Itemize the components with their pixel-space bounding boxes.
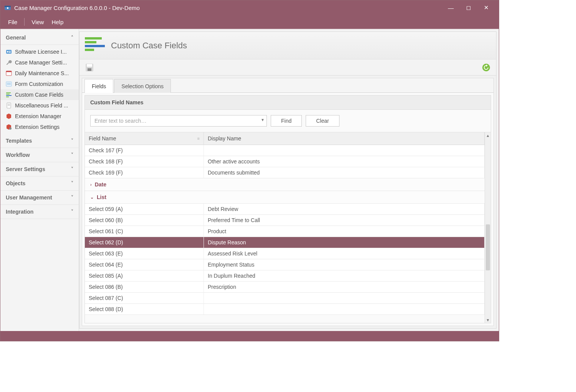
svg-rect-14 bbox=[6, 95, 12, 96]
svg-point-2 bbox=[7, 7, 8, 9]
main: Custom Case Fields Fields Selection Opti… bbox=[79, 29, 499, 331]
cell-display-name: Prescription bbox=[204, 282, 485, 292]
svg-rect-13 bbox=[6, 94, 10, 95]
table-row[interactable]: Select 086 (B)Prescription bbox=[85, 282, 485, 293]
table-row[interactable]: Check 167 (F) bbox=[85, 145, 485, 156]
table-row[interactable]: Select 059 (A)Debt Review bbox=[85, 204, 485, 215]
package-icon bbox=[6, 113, 12, 119]
cell-field-name: Check 168 (F) bbox=[85, 156, 204, 167]
form-icon bbox=[6, 81, 12, 87]
panel-title: Custom Field Names bbox=[85, 96, 491, 110]
cell-field-name: Select 088 (D) bbox=[85, 304, 204, 315]
menu-help[interactable]: Help bbox=[48, 15, 67, 29]
save-button[interactable] bbox=[85, 63, 94, 72]
group-label: List bbox=[97, 194, 106, 200]
cell-field-name: Select 060 (B) bbox=[85, 215, 204, 226]
group-label: Date bbox=[95, 181, 106, 188]
dropdown-icon[interactable]: ▼ bbox=[261, 118, 265, 122]
svg-rect-10 bbox=[7, 83, 11, 84]
sidebar-section-general[interactable]: General ˄ bbox=[0, 31, 79, 45]
chevron-down-icon: ˅ bbox=[71, 152, 73, 158]
sidebar-item-form-customization[interactable]: Form Customization bbox=[0, 79, 79, 89]
menu-file[interactable]: File bbox=[4, 15, 21, 29]
sidebar-item-extension-settings[interactable]: Extension Settings bbox=[0, 122, 79, 132]
sidebar-section-workflow[interactable]: Workflow ˅ bbox=[0, 148, 79, 162]
scroll-down-icon[interactable]: ▼ bbox=[485, 317, 491, 323]
toolbar bbox=[79, 59, 496, 76]
sort-ascending-icon: ≡ bbox=[197, 136, 200, 141]
cell-display-name: In Duplum Reached bbox=[204, 270, 485, 281]
column-field-name[interactable]: Field Name ≡ bbox=[85, 132, 204, 145]
refresh-button[interactable] bbox=[482, 63, 491, 72]
cell-field-name: Check 169 (F) bbox=[85, 167, 204, 178]
svg-rect-12 bbox=[6, 92, 11, 93]
table-row[interactable]: Check 168 (F)Other active accounts bbox=[85, 156, 485, 167]
table-row[interactable]: Select 064 (E)Employment Status bbox=[85, 259, 485, 270]
svg-rect-17 bbox=[8, 104, 10, 104]
close-button[interactable]: ✕ bbox=[477, 0, 495, 15]
table-row[interactable]: Select 085 (A)In Duplum Reached bbox=[85, 270, 485, 282]
sidebar-section-objects[interactable]: Objects ˅ bbox=[0, 176, 79, 191]
window-body: General ˄ Software Licensee I... Case Ma… bbox=[0, 29, 499, 331]
table-row[interactable]: Select 062 (D)Dispute Reason bbox=[85, 237, 485, 248]
sidebar-item-label: Extension Settings bbox=[15, 124, 60, 130]
sidebar-section-user-management[interactable]: User Management ˅ bbox=[0, 191, 79, 205]
cell-field-name: Select 061 (C) bbox=[85, 226, 204, 237]
tab-selection-options[interactable]: Selection Options bbox=[114, 79, 171, 93]
grid-header: Field Name ≡ Display Name bbox=[85, 132, 485, 145]
table-row[interactable]: Select 088 (D) bbox=[85, 304, 485, 315]
sidebar-item-case-manager-settings[interactable]: Case Manager Setti... bbox=[0, 57, 79, 68]
sidebar-item-miscellaneous-field[interactable]: Miscellaneous Field ... bbox=[0, 100, 79, 111]
svg-rect-8 bbox=[6, 71, 12, 72]
sidebar: General ˄ Software Licensee I... Case Ma… bbox=[0, 29, 79, 331]
main-inner: Custom Case Fields Fields Selection Opti… bbox=[79, 31, 497, 329]
find-button[interactable]: Find bbox=[271, 115, 302, 127]
table-row[interactable]: Select 087 (C) bbox=[85, 293, 485, 304]
sidebar-section-label: General bbox=[6, 35, 26, 41]
sidebar-section-label: Objects bbox=[6, 180, 25, 186]
app-window: Case Manager Configuration 6.0.0.0 - Dev… bbox=[0, 0, 499, 341]
chevron-right-icon: › bbox=[90, 182, 92, 187]
column-display-name[interactable]: Display Name bbox=[204, 132, 485, 145]
group-row-date[interactable]: ›Date bbox=[85, 178, 485, 191]
svg-rect-20 bbox=[85, 37, 102, 40]
menu-view[interactable]: View bbox=[28, 15, 48, 29]
app-icon bbox=[4, 4, 11, 11]
sidebar-section-label: Server Settings bbox=[6, 166, 45, 172]
sidebar-item-software-licensee[interactable]: Software Licensee I... bbox=[0, 46, 79, 57]
table-row[interactable]: Select 060 (B)Preferred Time to Call bbox=[85, 215, 485, 226]
sidebar-item-daily-maintenance[interactable]: Daily Maintenance S... bbox=[0, 68, 79, 79]
svg-point-19 bbox=[9, 127, 12, 130]
menubar: File View Help bbox=[0, 15, 499, 29]
svg-point-4 bbox=[7, 51, 8, 53]
chevron-down-icon: ˅ bbox=[71, 138, 73, 143]
chevron-down-icon: ˅ bbox=[71, 166, 73, 172]
group-row-list[interactable]: ⌄List bbox=[85, 191, 485, 204]
scroll-thumb[interactable] bbox=[486, 224, 490, 270]
scroll-up-icon[interactable]: ▲ bbox=[485, 132, 491, 138]
tab-fields[interactable]: Fields bbox=[84, 79, 113, 93]
sidebar-item-custom-case-fields[interactable]: Custom Case Fields bbox=[0, 89, 79, 100]
sidebar-item-label: Custom Case Fields bbox=[15, 92, 63, 98]
sidebar-item-label: Case Manager Setti... bbox=[15, 59, 67, 66]
table-row[interactable]: Check 169 (F)Documents submitted bbox=[85, 167, 485, 178]
bars-large-icon bbox=[85, 36, 106, 55]
minimize-button[interactable]: — bbox=[442, 0, 460, 15]
search-input[interactable] bbox=[90, 115, 267, 127]
sidebar-section-templates[interactable]: Templates ˅ bbox=[0, 134, 79, 148]
table-row[interactable]: Select 061 (C)Product bbox=[85, 226, 485, 237]
svg-rect-26 bbox=[88, 68, 91, 71]
sidebar-item-extension-manager[interactable]: Extension Manager bbox=[0, 111, 79, 122]
vertical-scrollbar[interactable]: ▲ ▼ bbox=[485, 132, 491, 323]
sidebar-section-integration[interactable]: Integration ˅ bbox=[0, 205, 79, 219]
maximize-button[interactable]: ◻ bbox=[460, 0, 477, 15]
cell-display-name: Assessed Risk Level bbox=[204, 248, 485, 259]
sidebar-section-server-settings[interactable]: Server Settings ˅ bbox=[0, 162, 79, 176]
cell-display-name: Documents submitted bbox=[204, 167, 485, 178]
svg-rect-21 bbox=[85, 41, 96, 43]
clear-button[interactable]: Clear bbox=[306, 115, 339, 127]
statusbar bbox=[0, 331, 499, 341]
table-row[interactable]: Select 063 (E)Assessed Risk Level bbox=[85, 248, 485, 259]
sidebar-section-label: User Management bbox=[6, 194, 52, 201]
window-title: Case Manager Configuration 6.0.0.0 - Dev… bbox=[14, 5, 442, 11]
